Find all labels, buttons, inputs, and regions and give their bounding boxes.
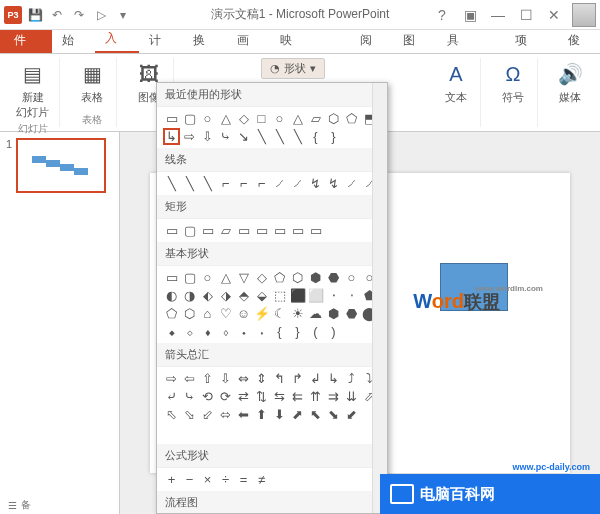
redo-button[interactable]: ↷ xyxy=(70,6,88,24)
shapes-dropdown-button[interactable]: ◔ 形状 ▾ xyxy=(261,58,325,79)
shape-option[interactable]: ○ xyxy=(199,110,216,127)
shape-option[interactable]: ⌂ xyxy=(199,305,216,322)
shape-option[interactable]: ⬙ xyxy=(253,287,270,304)
shape-option[interactable]: ▭ xyxy=(199,222,216,239)
shape-option[interactable]: ↱ xyxy=(289,370,306,387)
shape-option[interactable]: ▢ xyxy=(181,222,198,239)
shape-option[interactable]: ⬡ xyxy=(181,305,198,322)
shape-option[interactable]: ⚡ xyxy=(253,305,270,322)
shape-option[interactable]: △ xyxy=(289,110,306,127)
shape-option[interactable]: ▭ xyxy=(271,222,288,239)
shape-option[interactable]: ⇨ xyxy=(181,128,198,145)
shape-option[interactable]: ⤵ xyxy=(361,370,378,387)
shape-option[interactable]: ↯ xyxy=(325,175,342,192)
shape-option[interactable]: ⟋ xyxy=(343,175,360,192)
shape-option[interactable]: ▢ xyxy=(181,110,198,127)
shape-option[interactable]: ⬖ xyxy=(199,287,216,304)
shape-option[interactable]: ⬨ xyxy=(217,323,234,340)
shape-option[interactable]: ☁ xyxy=(307,305,324,322)
ribbon-options-button[interactable]: ▣ xyxy=(460,7,480,23)
shape-option[interactable]: × xyxy=(199,471,216,488)
shape-option[interactable]: ↰ xyxy=(271,370,288,387)
text-button[interactable]: A 文本 xyxy=(438,58,474,107)
shape-option[interactable]: ⬠ xyxy=(271,269,288,286)
qat-more-button[interactable]: ▾ xyxy=(114,6,132,24)
shape-option[interactable]: ▭ xyxy=(163,222,180,239)
shape-option[interactable]: ⇅ xyxy=(253,388,270,405)
shape-option[interactable]: ⬧ xyxy=(199,323,216,340)
shape-option[interactable]: ⌐ xyxy=(253,175,270,192)
shape-option[interactable]: ○ xyxy=(271,110,288,127)
undo-button[interactable]: ↶ xyxy=(48,6,66,24)
shape-option[interactable]: ⬡ xyxy=(289,269,306,286)
shape-option[interactable]: ⬉ xyxy=(307,406,324,423)
shape-option[interactable]: ⬥ xyxy=(163,323,180,340)
media-button[interactable]: 🔊 媒体 xyxy=(552,58,588,107)
new-slide-button[interactable]: ▤ 新建 幻灯片 xyxy=(12,58,53,122)
shape-option[interactable]: { xyxy=(307,128,324,145)
shape-option[interactable]: ☾ xyxy=(271,305,288,322)
shape-option[interactable]: ⇄ xyxy=(235,388,252,405)
shape-option[interactable]: ⬂ xyxy=(181,406,198,423)
shape-option[interactable]: ⇨ xyxy=(163,370,180,387)
shape-option[interactable]: ⬝ xyxy=(325,287,342,304)
shape-option[interactable]: ⬈ xyxy=(289,406,306,423)
shape-option[interactable]: △ xyxy=(217,110,234,127)
shape-option[interactable]: ⬇ xyxy=(271,406,288,423)
shape-option[interactable]: ╲ xyxy=(163,175,180,192)
shape-option[interactable]: ⬄ xyxy=(217,406,234,423)
shape-option[interactable]: ⇩ xyxy=(199,128,216,145)
shape-option[interactable]: ⟳ xyxy=(217,388,234,405)
shape-option[interactable] xyxy=(361,323,378,340)
shape-option[interactable]: ○ xyxy=(361,269,378,286)
shape-option[interactable]: ▭ xyxy=(253,222,270,239)
shape-option[interactable]: ⬀ xyxy=(361,388,378,405)
shape-option[interactable]: ☀ xyxy=(289,305,306,322)
help-button[interactable]: ? xyxy=(432,7,452,23)
shape-option[interactable]: ▢ xyxy=(181,269,198,286)
shape-option[interactable]: ⬪ xyxy=(253,323,270,340)
table-button[interactable]: ▦ 表格 xyxy=(74,58,110,107)
shape-option[interactable]: ⬤ xyxy=(361,305,378,322)
shape-option[interactable]: △ xyxy=(217,269,234,286)
shape-option[interactable]: ⬊ xyxy=(325,406,342,423)
shape-option[interactable] xyxy=(343,323,360,340)
shape-option[interactable]: ⇦ xyxy=(181,370,198,387)
shape-option[interactable]: ⬗ xyxy=(217,287,234,304)
shape-option[interactable]: ⇉ xyxy=(325,388,342,405)
symbol-button[interactable]: Ω 符号 xyxy=(495,58,531,107)
shape-option[interactable]: ╲ xyxy=(199,175,216,192)
shape-option[interactable]: ⬢ xyxy=(325,305,342,322)
shape-option[interactable]: ⬛ xyxy=(289,287,306,304)
shape-option[interactable]: ⟲ xyxy=(199,388,216,405)
slideshow-button[interactable]: ▷ xyxy=(92,6,110,24)
shape-option[interactable]: ◑ xyxy=(181,287,198,304)
shape-option[interactable]: ◇ xyxy=(253,269,270,286)
shape-option[interactable]: ╲ xyxy=(289,128,306,145)
shape-option[interactable]: ▭ xyxy=(235,222,252,239)
shape-option[interactable]: ⤷ xyxy=(217,128,234,145)
shape-option[interactable]: ↯ xyxy=(307,175,324,192)
shape-option[interactable]: ⇕ xyxy=(253,370,270,387)
shape-option[interactable]: ⬠ xyxy=(343,110,360,127)
shape-option[interactable]: ▭ xyxy=(289,222,306,239)
shape-option[interactable]: ⬒ xyxy=(361,110,378,127)
shape-option[interactable]: ⇇ xyxy=(289,388,306,405)
shape-option[interactable]: ⬃ xyxy=(199,406,216,423)
shape-option[interactable]: ÷ xyxy=(217,471,234,488)
shape-option[interactable]: ⇩ xyxy=(217,370,234,387)
shape-option[interactable]: ○ xyxy=(343,269,360,286)
shape-option[interactable]: ⇈ xyxy=(307,388,324,405)
shape-option[interactable]: ⤷ xyxy=(181,388,198,405)
shape-option[interactable]: ⇧ xyxy=(199,370,216,387)
minimize-button[interactable]: — xyxy=(488,7,508,23)
shape-option[interactable]: ⬡ xyxy=(325,110,342,127)
shape-option[interactable]: } xyxy=(325,128,342,145)
save-button[interactable]: 💾 xyxy=(26,6,44,24)
shape-option[interactable]: ▱ xyxy=(307,110,324,127)
shape-option[interactable]: ⬅ xyxy=(235,406,252,423)
shape-option[interactable]: ▽ xyxy=(235,269,252,286)
shape-option[interactable]: ⤴ xyxy=(343,370,360,387)
shape-option[interactable]: ⇊ xyxy=(343,388,360,405)
shape-option[interactable]: ⟋ xyxy=(361,175,378,192)
